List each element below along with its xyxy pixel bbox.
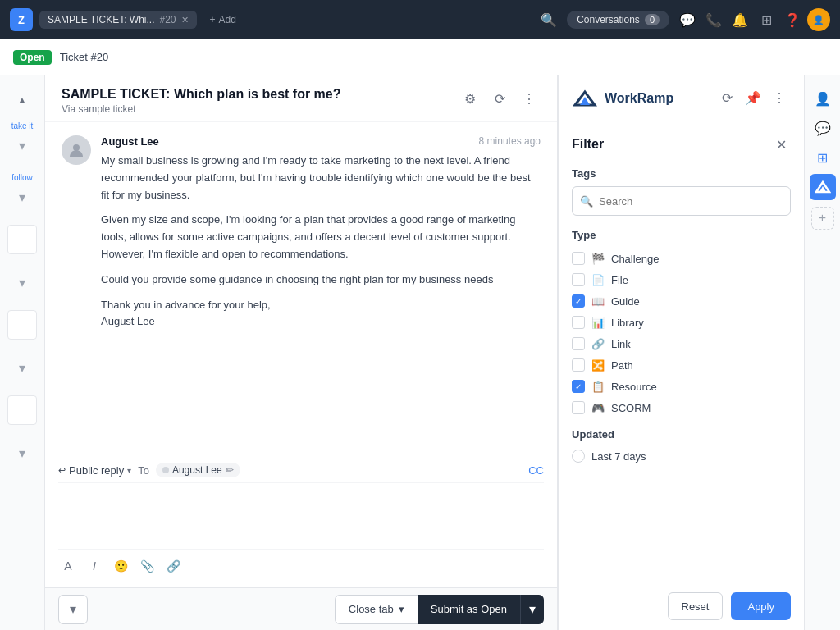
reply-recipient[interactable]: August Lee ✏: [156, 463, 240, 477]
apps-icon[interactable]: ⊞: [810, 144, 836, 171]
close-tab-icon[interactable]: ✕: [181, 15, 189, 25]
updated-label: Updated: [572, 428, 791, 441]
refresh-icon[interactable]: ⟳: [715, 87, 738, 110]
reply-bar: ↩ Public reply ▾ To August Lee ✏ CC A I …: [45, 454, 557, 587]
type-guide-item[interactable]: ✓ 📖 Guide: [572, 290, 791, 312]
reply-type-button[interactable]: ↩ Public reply ▾: [58, 464, 131, 477]
filter-title-bar: Filter ✕: [572, 135, 791, 154]
more-options-icon[interactable]: ⋮: [518, 87, 541, 110]
submit-as-open-button[interactable]: Submit as Open: [418, 595, 520, 624]
conversations-badge: 0: [645, 14, 660, 25]
type-scorm-item[interactable]: 🎮 SCORM: [572, 397, 791, 418]
updated-last7-label: Last 7 days: [591, 450, 646, 463]
workramp-sidebar-icon[interactable]: [810, 174, 836, 200]
link-icon[interactable]: 🔗: [163, 556, 183, 576]
phone-icon[interactable]: 📞: [702, 8, 725, 31]
emoji-icon[interactable]: 🙂: [111, 556, 130, 576]
bottom-collapse-button[interactable]: ▾: [58, 595, 88, 624]
type-link-checkbox[interactable]: [572, 337, 585, 350]
nav-logo[interactable]: Z: [10, 8, 33, 31]
nav-tab-number: #20: [159, 14, 176, 25]
sidebar-widget-3: [7, 395, 37, 425]
reply-textarea[interactable]: [58, 488, 544, 546]
sidebar-take-it-label[interactable]: take it: [11, 121, 34, 130]
type-file-checkbox[interactable]: [572, 273, 585, 286]
chat-icon[interactable]: 💬: [676, 8, 699, 31]
workramp-logo-icon: [572, 85, 598, 112]
nav-tab-ticket[interactable]: SAMPLE TICKET: Whi... #20 ✕: [39, 11, 197, 29]
filter-icon[interactable]: ⚙: [459, 87, 482, 110]
tags-search-input[interactable]: [572, 186, 791, 216]
grid-icon[interactable]: ⊞: [755, 8, 778, 31]
chat-sidebar-icon[interactable]: 💬: [810, 115, 836, 141]
ticket-subtitle: Via sample ticket: [62, 103, 340, 115]
history-icon[interactable]: ⟳: [488, 87, 511, 110]
sidebar-chevron-1[interactable]: ▾: [11, 137, 34, 153]
type-link-item[interactable]: 🔗 Link: [572, 333, 791, 354]
sidebar-chevron-2[interactable]: ▾: [11, 189, 34, 205]
type-challenge-item[interactable]: 🏁 Challenge: [572, 248, 791, 269]
filter-close-button[interactable]: ✕: [771, 135, 791, 154]
format-italic-icon[interactable]: I: [84, 556, 104, 576]
help-icon[interactable]: ❓: [781, 8, 804, 31]
close-tab-button[interactable]: Close tab ▾: [335, 595, 418, 624]
type-file-label: File: [611, 274, 628, 286]
updated-last7-radio[interactable]: [572, 450, 585, 463]
reply-to-label: To: [138, 464, 149, 477]
message-author: August Lee: [101, 135, 159, 148]
right-panel: WorkRamp ⟳ 📌 ⋮ Filter ✕ Tags 🔍 Type: [558, 75, 804, 630]
more-icon[interactable]: ⋮: [768, 87, 791, 110]
reset-button[interactable]: Reset: [668, 592, 724, 620]
type-guide-checkbox[interactable]: ✓: [572, 294, 585, 308]
reply-chevron-icon: ▾: [127, 466, 131, 475]
bell-icon[interactable]: 🔔: [728, 8, 751, 31]
nav-icon-group: 💬 📞 🔔 ⊞ ❓ 👤: [676, 8, 830, 31]
type-path-item[interactable]: 🔀 Path: [572, 354, 791, 376]
link-type-icon: 🔗: [591, 337, 605, 350]
far-right-sidebar: 👤 💬 ⊞ +: [804, 75, 840, 630]
updated-section: Updated Last 7 days: [572, 428, 791, 467]
message-body: My small business is growing and I'm rea…: [101, 153, 541, 331]
sidebar-chevron-3[interactable]: ▾: [11, 274, 34, 290]
type-path-checkbox[interactable]: [572, 358, 585, 372]
attachment-icon[interactable]: 📎: [137, 556, 157, 576]
sidebar-follow-label[interactable]: follow: [11, 173, 33, 182]
type-label: Type: [572, 229, 791, 241]
tags-label: Tags: [572, 167, 791, 180]
type-file-item[interactable]: 📄 File: [572, 269, 791, 290]
nav-add-button[interactable]: + Add: [203, 11, 243, 29]
submit-arrow-button[interactable]: ▾: [520, 595, 544, 624]
workramp-logo: WorkRamp: [572, 85, 673, 112]
type-scorm-checkbox[interactable]: [572, 401, 585, 414]
type-library-item[interactable]: 📊 Library: [572, 312, 791, 333]
ticket-header: SAMPLE TICKET: Which plan is best for me…: [45, 75, 557, 122]
ticket-header-actions: ⚙ ⟳ ⋮: [459, 87, 541, 110]
user-icon[interactable]: 👤: [810, 85, 836, 112]
reply-format-bar: A I 🙂 📎 🔗: [58, 549, 544, 579]
cc-button[interactable]: CC: [528, 464, 544, 477]
nav-search-icon[interactable]: 🔍: [537, 8, 560, 31]
add-panel-button[interactable]: +: [811, 207, 834, 230]
resource-icon: 📋: [591, 380, 605, 393]
workramp-logo-text: WorkRamp: [605, 91, 673, 106]
type-resource-checkbox[interactable]: ✓: [572, 380, 585, 393]
file-icon: 📄: [591, 273, 605, 286]
user-avatar[interactable]: 👤: [807, 8, 830, 31]
close-chevron-icon: ▾: [399, 603, 404, 615]
updated-last7-item[interactable]: Last 7 days: [572, 445, 791, 467]
filter-title: Filter: [572, 137, 604, 152]
type-resource-item[interactable]: ✓ 📋 Resource: [572, 376, 791, 397]
edit-recipient-icon[interactable]: ✏: [226, 464, 234, 476]
nav-conversations-button[interactable]: Conversations 0: [567, 11, 669, 29]
conversation-area: August Lee 8 minutes ago My small busine…: [45, 122, 557, 454]
sidebar-chevron-4[interactable]: ▾: [11, 359, 34, 376]
format-text-icon[interactable]: A: [58, 556, 78, 576]
pin-icon[interactable]: 📌: [742, 87, 765, 110]
sidebar-collapse-top[interactable]: ▲: [7, 85, 37, 115]
sidebar-widget-1: [7, 225, 37, 254]
status-badge: Open: [13, 50, 52, 65]
apply-button[interactable]: Apply: [731, 592, 791, 620]
type-challenge-checkbox[interactable]: [572, 252, 585, 265]
type-library-checkbox[interactable]: [572, 316, 585, 329]
sidebar-chevron-5[interactable]: ▾: [11, 445, 34, 461]
